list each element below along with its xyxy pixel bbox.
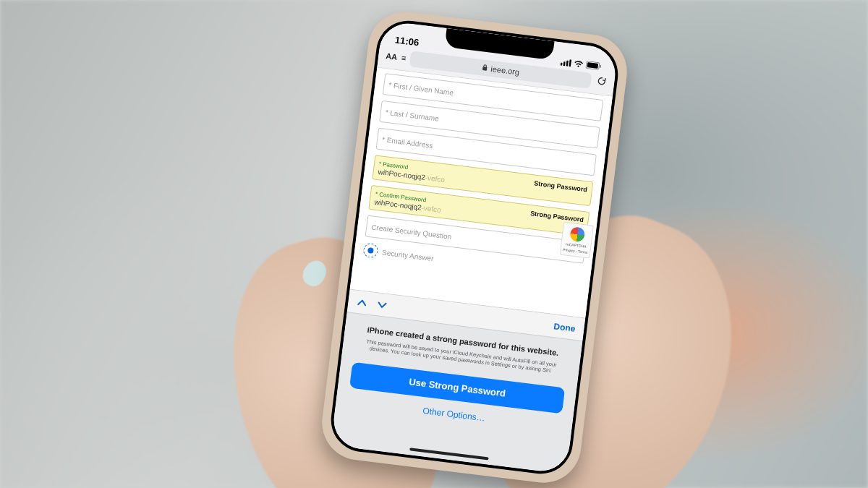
svg-rect-3 bbox=[569, 59, 571, 67]
svg-rect-6 bbox=[600, 65, 601, 68]
web-page: * First / Given Name * Last / Surname * … bbox=[350, 68, 613, 318]
prev-field-button[interactable] bbox=[357, 296, 368, 309]
svg-rect-1 bbox=[563, 61, 566, 66]
security-question-placeholder: Create Security Question bbox=[371, 223, 452, 241]
refresh-icon[interactable] bbox=[595, 76, 608, 88]
url-domain: ieee.org bbox=[490, 64, 520, 76]
recaptcha-icon bbox=[569, 226, 585, 242]
svg-rect-0 bbox=[561, 62, 563, 65]
recaptcha-widget[interactable]: reCAPTCHA Privacy - Terms bbox=[560, 222, 594, 259]
reader-icon[interactable]: ≡ bbox=[401, 53, 407, 62]
done-button[interactable]: Done bbox=[553, 321, 576, 334]
status-time: 11:06 bbox=[394, 35, 420, 48]
security-answer-placeholder: Security Answer bbox=[382, 248, 435, 262]
svg-rect-7 bbox=[482, 67, 488, 71]
svg-rect-2 bbox=[566, 60, 569, 66]
text-size-button[interactable]: AA bbox=[386, 51, 398, 61]
first-name-placeholder: * First / Given Name bbox=[388, 80, 454, 96]
cellular-signal-icon bbox=[561, 58, 572, 67]
next-field-button[interactable] bbox=[376, 299, 388, 312]
lock-icon bbox=[482, 64, 488, 71]
svg-rect-5 bbox=[587, 62, 598, 69]
wifi-icon bbox=[573, 59, 584, 68]
email-placeholder: * Email Address bbox=[382, 135, 433, 150]
phone: 11:06 AA ≡ bbox=[328, 17, 622, 477]
strong-password-sheet: iPhone created a strong password for thi… bbox=[331, 312, 582, 474]
battery-icon bbox=[585, 61, 602, 71]
phone-screen: 11:06 AA ≡ bbox=[331, 20, 618, 474]
last-name-placeholder: * Last / Surname bbox=[385, 108, 439, 122]
passwords-icon[interactable] bbox=[362, 242, 378, 258]
